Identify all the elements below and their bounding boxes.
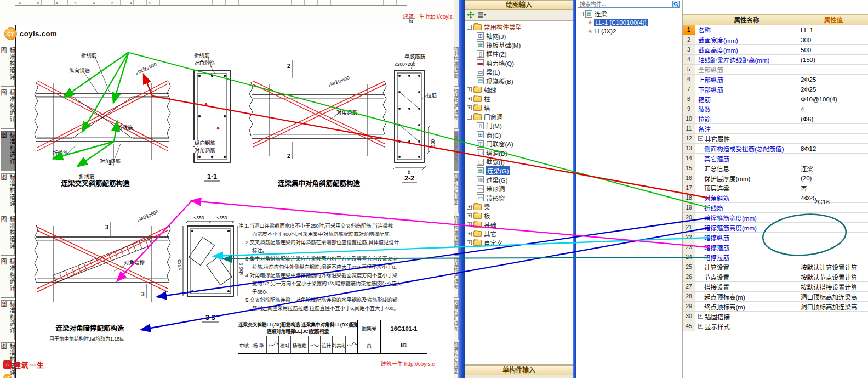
expand-icon[interactable]: + [467, 240, 472, 245]
tree-item[interactable]: ⊞轴网(J) [465, 31, 573, 40]
side-tab-standard-detail[interactable]: 标准构造详图 [1, 258, 15, 298]
property-name-cell[interactable]: 顶层连梁 [695, 183, 798, 193]
property-name-cell[interactable]: 暗撑箍筋高度(mm) [695, 223, 798, 232]
side-tab-standard-detail[interactable]: 标准构造详图 [1, 300, 15, 340]
side-tab-standard-detail[interactable]: 标准构造详图 [1, 47, 15, 87]
expand-icon[interactable]: + [467, 222, 472, 227]
property-value[interactable] [798, 203, 868, 212]
property-value[interactable] [798, 312, 868, 321]
tree-item[interactable]: +自定义 [465, 238, 573, 247]
property-row[interactable]: 4轴线距梁左边线距离(mm)(150) [683, 55, 868, 65]
property-name-cell[interactable]: 暗撑箍筋宽度(mm) [695, 213, 798, 222]
tree-item[interactable]: +梁 [465, 202, 573, 211]
property-name-cell[interactable]: 终点顶标高(m) [695, 302, 798, 311]
tree-item[interactable]: ⊞窗(C) [465, 131, 573, 139]
expand-icon[interactable]: + [467, 205, 472, 210]
property-value[interactable] [798, 124, 868, 133]
property-value[interactable]: 4Φ25 [798, 193, 868, 202]
property-row[interactable]: 27搭接设置按默认搭接设置计算 [683, 282, 868, 292]
property-name-cell[interactable]: 拉筋 [695, 114, 798, 123]
property-value[interactable] [798, 321, 868, 331]
expand-icon[interactable]: + [467, 87, 472, 92]
property-row[interactable]: 45+显示样式 [683, 321, 868, 331]
property-row[interactable]: 3截面高度(mm)500 [683, 45, 868, 55]
property-row[interactable]: 29终点顶标高(m)洞口顶标高加连梁高 [683, 302, 868, 312]
property-value[interactable]: 洞口顶标高加连梁高 [798, 292, 868, 301]
property-value[interactable]: 2Φ25 [798, 84, 868, 94]
property-value[interactable] [798, 213, 868, 222]
property-value[interactable]: (150) [798, 55, 868, 64]
side-tab-standard-detail[interactable]: 标准构造详图 [1, 89, 15, 129]
property-row[interactable]: 17顶层连梁否 [683, 183, 868, 193]
panel-splitter[interactable] [573, 0, 576, 378]
side-tab-standard-detail[interactable]: 标准构造详图 [1, 173, 15, 213]
component-root-item[interactable]: −▦连梁 [576, 9, 681, 18]
property-name-cell[interactable]: 备注 [695, 124, 798, 133]
expand-icon[interactable]: + [698, 324, 703, 329]
tree-item[interactable]: ▭带形窗 [465, 193, 573, 202]
property-value[interactable]: 8Φ12 [798, 144, 868, 153]
property-row[interactable]: 5全部纵筋 [683, 65, 868, 75]
side-tab-sliver[interactable]: 标准构造详图 [454, 47, 459, 87]
property-value[interactable]: 500 [798, 45, 868, 54]
side-tab-sliver[interactable]: 标准构造详图 [454, 89, 459, 129]
side-tab-sliver[interactable]: 标准构造详图 [454, 216, 459, 256]
tree-item[interactable]: ▦连梁(G) [465, 166, 573, 175]
property-value[interactable]: 按默认搭接设置计算 [798, 282, 868, 291]
property-name-cell[interactable]: 上部纵筋 [695, 75, 798, 84]
property-row[interactable]: 14其它箍筋 [683, 154, 868, 163]
collapse-icon[interactable]: − [698, 136, 703, 141]
tree-item[interactable]: ◻壁龛(I) [465, 157, 573, 166]
property-name-cell[interactable]: 搭接设置 [695, 282, 798, 291]
tree-item[interactable]: −门窗洞 [465, 112, 573, 121]
property-name-cell[interactable]: 对角斜筋 [695, 193, 798, 202]
tree-item[interactable]: +墙 [465, 104, 573, 112]
property-row[interactable]: 6上部纵筋2Φ25 [683, 75, 868, 84]
property-value[interactable] [798, 154, 868, 163]
tree-item[interactable]: +柱 [465, 94, 573, 103]
property-row[interactable]: 2截面宽度(mm)300 [683, 35, 868, 45]
property-value[interactable]: 按默认节点设置计算 [798, 272, 868, 281]
property-row[interactable]: 11备注 [683, 124, 868, 134]
expand-icon[interactable]: + [467, 97, 472, 101]
property-name-cell[interactable]: 暗撑箍筋 [695, 242, 798, 252]
property-name-cell[interactable]: 保护层厚度(mm) [695, 173, 798, 183]
property-name-cell[interactable]: 其它箍筋 [695, 154, 798, 163]
property-value[interactable] [798, 134, 868, 143]
property-row[interactable]: 22暗撑纵筋 [683, 233, 868, 242]
component-item[interactable]: ✳LL(JX)2 [576, 27, 681, 36]
tree-item[interactable]: +基础 [465, 221, 573, 229]
search-input[interactable] [578, 1, 672, 7]
collapse-icon[interactable]: − [579, 12, 584, 16]
tree-item[interactable]: ▢墙洞(D) [465, 148, 573, 157]
component-item[interactable]: ✳LL-1 [C100100(4)] [576, 18, 681, 27]
tree-item[interactable]: −常用构件类型 [465, 22, 573, 31]
property-name-cell[interactable]: 全部纵筋 [695, 65, 798, 74]
tree-item[interactable]: +其它 [465, 229, 573, 238]
property-row[interactable]: 18对角斜筋4Φ25 [683, 193, 868, 203]
tree-item[interactable]: ▥过梁(G) [465, 176, 573, 184]
tree-item[interactable]: ▯框柱(Z) [465, 49, 573, 58]
property-name-cell[interactable]: +锚固搭接 [695, 312, 798, 321]
property-name-cell[interactable]: 截面宽度(mm) [695, 35, 798, 44]
property-name-cell[interactable]: 轴线距梁左边线距离(mm) [695, 55, 798, 64]
side-tab-sliver[interactable]: 标准构造详图 [454, 258, 459, 298]
property-name-cell[interactable]: 截面高度(mm) [695, 45, 798, 54]
property-value[interactable] [798, 65, 868, 74]
single-component-input-bar[interactable]: 单构件输入 [465, 365, 573, 375]
property-row[interactable]: 9肢数4 [683, 104, 868, 114]
property-row[interactable]: 25计算设置按默认计算设置计算 [683, 262, 868, 272]
property-value[interactable]: 300 [798, 35, 868, 44]
property-name-cell[interactable]: 计算设置 [695, 262, 798, 272]
property-name-cell[interactable]: 汇总信息 [695, 163, 798, 173]
property-name-cell[interactable]: −其它属性 [695, 134, 798, 143]
property-name-cell[interactable]: 节点设置 [695, 272, 798, 281]
property-value[interactable]: 2Φ25 [798, 75, 868, 84]
side-tab-standard-detail[interactable]: 标准构造详图 [1, 216, 15, 256]
property-row[interactable]: 24暗撑拉筋 [683, 252, 868, 262]
layers-icon[interactable] [477, 11, 486, 19]
search-icon[interactable] [672, 1, 679, 7]
property-row[interactable]: 12−其它属性 [683, 134, 868, 144]
property-value[interactable] [798, 252, 868, 262]
tree-item[interactable]: +板 [465, 211, 573, 220]
